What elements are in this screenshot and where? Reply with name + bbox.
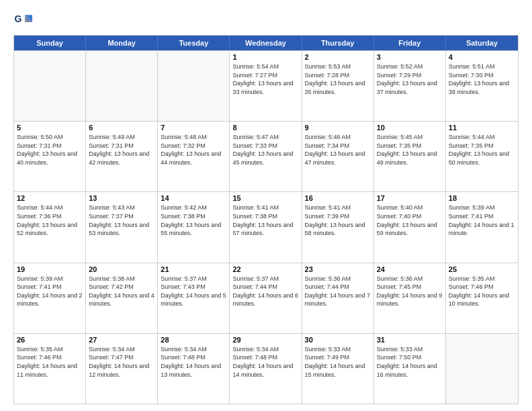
cell-day-23: 23Sunrise: 5:36 AM Sunset: 7:44 PM Dayli… [302, 263, 374, 333]
cell-info: Sunrise: 5:52 AM Sunset: 7:29 PM Dayligh… [377, 62, 443, 96]
calendar-row-3: 19Sunrise: 5:39 AM Sunset: 7:41 PM Dayli… [14, 263, 518, 333]
cell-day-21: 21Sunrise: 5:37 AM Sunset: 7:43 PM Dayli… [158, 263, 230, 333]
day-number: 24 [377, 265, 443, 273]
cell-info: Sunrise: 5:36 AM Sunset: 7:45 PM Dayligh… [377, 275, 443, 308]
svg-text:G: G [15, 13, 22, 24]
cell-info: Sunrise: 5:50 AM Sunset: 7:31 PM Dayligh… [17, 133, 83, 167]
day-number: 11 [449, 124, 515, 132]
day-number: 25 [449, 265, 515, 273]
header-cell-wednesday: Wednesday [230, 36, 302, 50]
cell-info: Sunrise: 5:36 AM Sunset: 7:44 PM Dayligh… [305, 275, 371, 308]
header-cell-monday: Monday [86, 36, 158, 50]
cell-info: Sunrise: 5:44 AM Sunset: 7:35 PM Dayligh… [449, 133, 515, 167]
day-number: 20 [89, 265, 154, 273]
cell-day-16: 16Sunrise: 5:41 AM Sunset: 7:39 PM Dayli… [302, 192, 374, 262]
day-number: 4 [449, 53, 515, 61]
cell-day-9: 9Sunrise: 5:46 AM Sunset: 7:34 PM Daylig… [302, 122, 374, 191]
cell-info: Sunrise: 5:44 AM Sunset: 7:36 PM Dayligh… [17, 203, 83, 237]
calendar-row-2: 12Sunrise: 5:44 AM Sunset: 7:36 PM Dayli… [14, 191, 518, 262]
cell-info: Sunrise: 5:40 AM Sunset: 7:40 PM Dayligh… [377, 203, 443, 237]
cell-day-10: 10Sunrise: 5:45 AM Sunset: 7:35 PM Dayli… [374, 122, 446, 191]
cell-info: Sunrise: 5:37 AM Sunset: 7:43 PM Dayligh… [161, 275, 226, 308]
cell-day-2: 2Sunrise: 5:53 AM Sunset: 7:28 PM Daylig… [302, 51, 374, 121]
cell-day-22: 22Sunrise: 5:37 AM Sunset: 7:44 PM Dayli… [230, 263, 302, 333]
cell-info: Sunrise: 5:34 AM Sunset: 7:48 PM Dayligh… [232, 345, 298, 379]
cell-empty-4-6 [446, 334, 518, 404]
day-number: 5 [17, 124, 83, 132]
cell-info: Sunrise: 5:39 AM Sunset: 7:41 PM Dayligh… [17, 275, 83, 308]
day-number: 15 [232, 194, 298, 202]
day-number: 12 [17, 194, 83, 202]
day-number: 18 [449, 194, 515, 202]
cell-day-11: 11Sunrise: 5:44 AM Sunset: 7:35 PM Dayli… [446, 122, 518, 191]
cell-info: Sunrise: 5:35 AM Sunset: 7:46 PM Dayligh… [449, 275, 515, 308]
cell-day-8: 8Sunrise: 5:47 AM Sunset: 7:33 PM Daylig… [230, 122, 302, 191]
header-cell-saturday: Saturday [446, 36, 518, 50]
cell-day-17: 17Sunrise: 5:40 AM Sunset: 7:40 PM Dayli… [374, 192, 446, 262]
header-cell-sunday: Sunday [14, 36, 86, 50]
cell-day-5: 5Sunrise: 5:50 AM Sunset: 7:31 PM Daylig… [14, 122, 86, 191]
cell-empty-0-0 [14, 51, 86, 121]
cell-info: Sunrise: 5:51 AM Sunset: 7:30 PM Dayligh… [449, 62, 515, 96]
day-number: 14 [161, 194, 226, 202]
cell-day-3: 3Sunrise: 5:52 AM Sunset: 7:29 PM Daylig… [374, 51, 446, 121]
day-number: 29 [232, 336, 298, 344]
day-number: 17 [377, 194, 443, 202]
cell-info: Sunrise: 5:38 AM Sunset: 7:42 PM Dayligh… [89, 275, 154, 308]
cell-info: Sunrise: 5:33 AM Sunset: 7:50 PM Dayligh… [377, 345, 443, 379]
cell-day-1: 1Sunrise: 5:54 AM Sunset: 7:27 PM Daylig… [230, 51, 302, 121]
cell-day-24: 24Sunrise: 5:36 AM Sunset: 7:45 PM Dayli… [374, 263, 446, 333]
cell-day-15: 15Sunrise: 5:41 AM Sunset: 7:38 PM Dayli… [230, 192, 302, 262]
cell-day-25: 25Sunrise: 5:35 AM Sunset: 7:46 PM Dayli… [446, 263, 518, 333]
cell-info: Sunrise: 5:34 AM Sunset: 7:48 PM Dayligh… [161, 345, 226, 379]
cell-day-20: 20Sunrise: 5:38 AM Sunset: 7:42 PM Dayli… [86, 263, 158, 333]
cell-info: Sunrise: 5:41 AM Sunset: 7:39 PM Dayligh… [305, 203, 371, 237]
cell-info: Sunrise: 5:47 AM Sunset: 7:33 PM Dayligh… [232, 133, 298, 167]
calendar-header: SundayMondayTuesdayWednesdayThursdayFrid… [14, 36, 518, 50]
day-number: 19 [17, 265, 83, 273]
cell-day-18: 18Sunrise: 5:39 AM Sunset: 7:41 PM Dayli… [446, 192, 518, 262]
day-number: 27 [89, 336, 154, 344]
cell-info: Sunrise: 5:39 AM Sunset: 7:41 PM Dayligh… [449, 203, 515, 237]
day-number: 9 [305, 124, 371, 132]
cell-day-12: 12Sunrise: 5:44 AM Sunset: 7:36 PM Dayli… [14, 192, 86, 262]
cell-info: Sunrise: 5:42 AM Sunset: 7:38 PM Dayligh… [161, 203, 226, 237]
day-number: 22 [232, 265, 298, 273]
calendar-row-0: 1Sunrise: 5:54 AM Sunset: 7:27 PM Daylig… [14, 50, 518, 121]
day-number: 31 [377, 336, 443, 344]
cell-info: Sunrise: 5:33 AM Sunset: 7:49 PM Dayligh… [305, 345, 371, 379]
calendar-row-4: 26Sunrise: 5:35 AM Sunset: 7:46 PM Dayli… [14, 333, 518, 404]
logo-icon: G [13, 11, 32, 30]
day-number: 3 [377, 53, 443, 61]
day-number: 13 [89, 194, 154, 202]
cell-day-14: 14Sunrise: 5:42 AM Sunset: 7:38 PM Dayli… [158, 192, 230, 262]
cell-info: Sunrise: 5:41 AM Sunset: 7:38 PM Dayligh… [232, 203, 298, 237]
day-number: 26 [17, 336, 83, 344]
day-number: 10 [377, 124, 443, 132]
day-number: 1 [232, 53, 298, 61]
cell-info: Sunrise: 5:35 AM Sunset: 7:46 PM Dayligh… [17, 345, 83, 379]
cell-empty-0-1 [86, 51, 158, 121]
cell-day-26: 26Sunrise: 5:35 AM Sunset: 7:46 PM Dayli… [14, 334, 86, 404]
day-number: 6 [89, 124, 154, 132]
cell-day-13: 13Sunrise: 5:43 AM Sunset: 7:37 PM Dayli… [86, 192, 158, 262]
cell-info: Sunrise: 5:46 AM Sunset: 7:34 PM Dayligh… [305, 133, 371, 167]
calendar-body: 1Sunrise: 5:54 AM Sunset: 7:27 PM Daylig… [14, 50, 518, 404]
cell-info: Sunrise: 5:54 AM Sunset: 7:27 PM Dayligh… [232, 62, 298, 96]
cell-info: Sunrise: 5:37 AM Sunset: 7:44 PM Dayligh… [232, 275, 298, 308]
day-number: 30 [305, 336, 371, 344]
header-cell-friday: Friday [374, 36, 446, 50]
day-number: 21 [161, 265, 226, 273]
day-number: 23 [305, 265, 371, 273]
header-cell-tuesday: Tuesday [158, 36, 230, 50]
day-number: 16 [305, 194, 371, 202]
cell-info: Sunrise: 5:53 AM Sunset: 7:28 PM Dayligh… [305, 62, 371, 96]
calendar: SundayMondayTuesdayWednesdayThursdayFrid… [13, 35, 519, 404]
day-number: 28 [161, 336, 226, 344]
cell-day-30: 30Sunrise: 5:33 AM Sunset: 7:49 PM Dayli… [302, 334, 374, 404]
cell-info: Sunrise: 5:34 AM Sunset: 7:47 PM Dayligh… [89, 345, 154, 379]
day-number: 8 [232, 124, 298, 132]
cell-info: Sunrise: 5:45 AM Sunset: 7:35 PM Dayligh… [377, 133, 443, 167]
cell-info: Sunrise: 5:48 AM Sunset: 7:32 PM Dayligh… [161, 133, 226, 167]
cell-info: Sunrise: 5:43 AM Sunset: 7:37 PM Dayligh… [89, 203, 154, 237]
